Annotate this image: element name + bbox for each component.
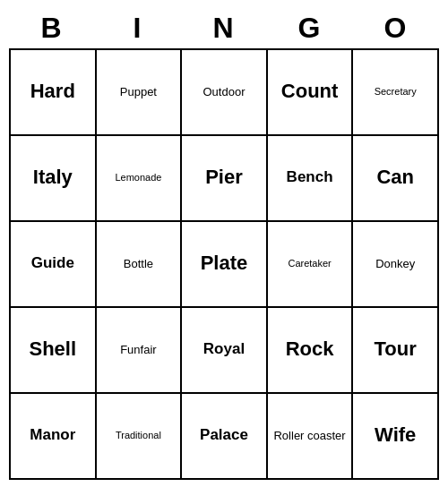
cell-text: Bottle (124, 257, 153, 271)
cell-text: Secretary (375, 86, 417, 98)
cell-text: Wife (375, 423, 416, 447)
cell-text: Funfair (120, 343, 156, 357)
bingo-cell: Puppet (97, 50, 183, 136)
bingo-grid: HardPuppetOutdoorCountSecretaryItalyLemo… (9, 48, 439, 480)
bingo-cell: Can (353, 136, 439, 222)
bingo-cell: Wife (353, 394, 439, 480)
cell-text: Caretaker (288, 258, 331, 269)
bingo-cell: Tour (353, 308, 439, 394)
bingo-cell: Italy (11, 136, 97, 222)
cell-text: Bench (287, 168, 333, 186)
header-letter: N (181, 8, 267, 48)
bingo-cell: Bottle (97, 222, 183, 308)
bingo-card: BINGO HardPuppetOutdoorCountSecretaryIta… (9, 8, 439, 480)
cell-text: Pier (205, 166, 243, 189)
cell-text: Italy (33, 166, 73, 189)
cell-text: Outdoor (203, 85, 246, 99)
bingo-cell: Traditional (97, 394, 183, 480)
header-letter: O (353, 8, 439, 48)
cell-text: Puppet (120, 85, 157, 99)
bingo-cell: Palace (182, 394, 268, 480)
bingo-cell: Donkey (353, 222, 439, 308)
cell-text: Tour (375, 337, 417, 361)
bingo-cell: Plate (182, 222, 268, 308)
bingo-header: BINGO (9, 8, 439, 48)
bingo-cell: Guide (11, 222, 97, 308)
bingo-cell: Funfair (97, 308, 183, 394)
bingo-cell: Bench (268, 136, 354, 222)
bingo-cell: Rock (268, 308, 354, 394)
bingo-cell: Caretaker (268, 222, 354, 308)
bingo-cell: Count (268, 50, 354, 136)
bingo-cell: Outdoor (182, 50, 268, 136)
cell-text: Count (281, 80, 339, 103)
bingo-cell: Hard (11, 50, 97, 136)
bingo-cell: Royal (182, 308, 268, 394)
cell-text: Roller coaster (273, 429, 345, 443)
bingo-cell: Shell (11, 308, 97, 394)
bingo-cell: Manor (11, 394, 97, 480)
cell-text: Manor (30, 426, 75, 444)
cell-text: Donkey (375, 257, 415, 271)
cell-text: Hard (30, 80, 75, 103)
cell-text: Plate (201, 252, 248, 275)
header-letter: B (9, 8, 95, 48)
bingo-cell: Lemonade (97, 136, 183, 222)
cell-text: Lemonade (115, 172, 161, 184)
cell-text: Traditional (116, 430, 161, 441)
cell-text: Palace (200, 426, 248, 444)
header-letter: I (95, 8, 181, 48)
cell-text: Shell (30, 337, 77, 361)
cell-text: Rock (286, 337, 334, 361)
bingo-cell: Pier (182, 136, 268, 222)
cell-text: Can (376, 166, 414, 189)
bingo-cell: Secretary (353, 50, 439, 136)
cell-text: Guide (31, 254, 74, 272)
header-letter: G (267, 8, 353, 48)
bingo-cell: Roller coaster (268, 394, 354, 480)
cell-text: Royal (203, 340, 245, 358)
